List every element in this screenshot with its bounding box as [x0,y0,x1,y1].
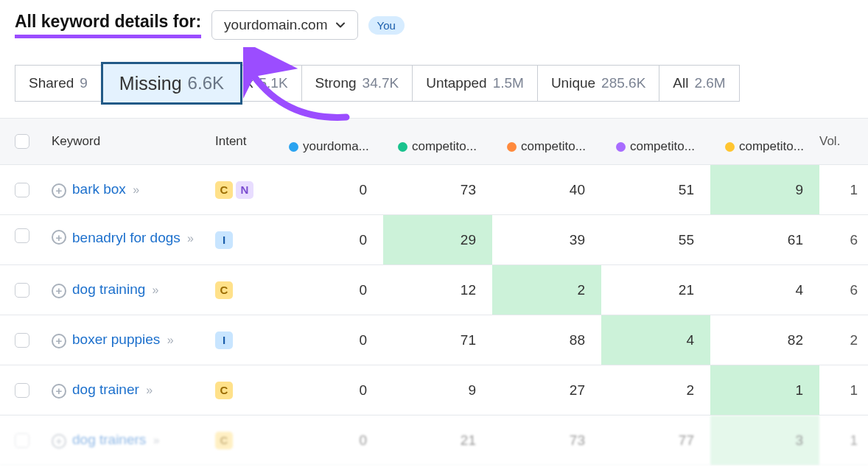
keyword-link[interactable]: dog training » [72,280,158,300]
col-header-intent[interactable]: Intent [215,134,274,149]
rank-cell: 71 [383,315,492,365]
rank-cell: 0 [274,365,383,415]
keyword-link[interactable]: boxer puppies » [72,330,174,350]
intent-cell: C [215,415,274,465]
table-row: +dog trainer »C0927211 [0,365,868,415]
tab-all-count: 2.6M [694,75,725,91]
rank-cell: 2 [492,265,601,315]
dot-orange-icon [507,142,517,152]
volume-cell: 1 [819,165,864,214]
keyword-table: Keyword Intent yourdoma... competito... … [0,118,868,466]
tab-shared[interactable]: Shared 9 [15,65,102,102]
rank-cell: 9 [383,365,492,415]
rank-cell: 0 [274,415,383,465]
rank-cell: 55 [601,215,710,264]
chevron-down-icon [335,20,346,30]
col-header-competitor-2[interactable]: competito... [492,129,601,154]
intent-cell: CN [215,165,274,214]
rank-cell: 3 [710,415,819,465]
dot-yellow-icon [725,142,735,152]
rank-cell: 21 [601,265,710,315]
volume-cell: 1 [819,365,864,415]
table-row: +boxer puppies »I071884822 [0,315,868,365]
rank-cell: 0 [274,315,383,365]
chevron-right-icon: » [153,284,159,296]
table-row: +dog trainers »C021737731 [0,415,868,466]
tab-weak-count: 5.1K [259,75,287,91]
rank-cell: 73 [492,415,601,465]
chevron-right-icon: » [187,232,194,245]
rank-cell: 4 [601,315,710,365]
volume-cell: 6 [819,215,864,264]
tab-weak[interactable]: k 5.1K [242,65,302,102]
tab-unique-label: Unique [551,75,595,91]
rank-cell: 0 [274,215,383,264]
expand-keyword-button[interactable]: + [52,230,66,245]
expand-keyword-button[interactable]: + [52,183,66,198]
col-header-keyword[interactable]: Keyword [52,134,215,149]
dot-blue-icon [289,142,298,152]
row-checkbox[interactable] [15,433,29,448]
tab-missing[interactable]: Missing 6.6K [101,62,242,105]
col-header-competitor-4[interactable]: competito... [710,129,819,154]
dot-green-icon [398,142,407,152]
expand-keyword-button[interactable]: + [52,434,66,449]
table-row: +bark box »CN073405191 [0,165,868,215]
volume-cell: 2 [819,315,864,365]
rank-cell: 61 [710,215,819,264]
rank-cell: 77 [601,415,710,465]
domain-select-label: yourdomain.com [224,17,327,33]
chevron-right-icon: » [167,334,174,346]
tab-untapped[interactable]: Untapped 1.5M [412,65,538,102]
tab-missing-label: Missing [119,73,182,94]
page-header: All keyword details for: yourdomain.com … [0,0,868,40]
tab-unique-count: 285.6K [601,75,645,91]
table-header: Keyword Intent yourdoma... competito... … [0,119,868,165]
col-header-competitor-3[interactable]: competito... [601,129,710,154]
intent-badge-c: C [215,432,233,449]
rank-cell: 0 [274,165,383,214]
keyword-link[interactable]: bark box » [72,180,139,200]
row-checkbox[interactable] [15,228,29,243]
rank-cell: 39 [492,215,601,264]
expand-keyword-button[interactable]: + [52,384,66,399]
select-all-checkbox[interactable] [15,134,29,149]
domain-select[interactable]: yourdomain.com [211,10,357,40]
filter-tabs: Shared 9 Missing 6.6K k 5.1K Strong 34.7… [15,65,853,102]
tab-unique[interactable]: Unique 285.6K [537,65,659,102]
rank-cell: 27 [492,365,601,415]
rank-cell: 0 [274,265,383,315]
intent-badge-c: C [215,382,233,399]
col-header-volume[interactable]: Vol. [819,134,864,149]
tab-strong[interactable]: Strong 34.7K [301,65,413,102]
tab-strong-label: Strong [315,75,357,91]
tab-missing-count: 6.6K [188,73,224,94]
tab-all[interactable]: All 2.6M [659,65,739,102]
chevron-right-icon: » [146,384,153,396]
table-body: +bark box »CN073405191+benadryl for dogs… [0,165,868,466]
row-checkbox[interactable] [15,333,29,348]
rank-cell: 82 [710,315,819,365]
rank-cell: 4 [710,265,819,315]
intent-badge-c: C [215,181,233,199]
intent-cell: C [215,365,274,415]
keyword-link[interactable]: dog trainer » [72,380,153,400]
col-header-yourdomain[interactable]: yourdoma... [274,129,383,154]
dot-purple-icon [616,142,626,152]
col-header-competitor-1[interactable]: competito... [383,129,492,154]
intent-cell: I [215,315,274,365]
keyword-link[interactable]: benadryl for dogs » [72,228,194,248]
row-checkbox[interactable] [15,283,29,298]
expand-keyword-button[interactable]: + [52,284,66,298]
rank-cell: 51 [601,165,710,214]
rank-cell: 9 [710,165,819,214]
row-checkbox[interactable] [15,383,29,398]
chevron-right-icon: » [153,434,160,446]
rank-cell: 40 [492,165,601,214]
row-checkbox[interactable] [15,183,29,197]
volume-cell: 1 [819,415,864,465]
intent-badge-i: I [215,231,233,249]
keyword-link[interactable]: dog trainers » [72,430,160,450]
expand-keyword-button[interactable]: + [52,334,66,348]
rank-cell: 1 [710,365,819,415]
